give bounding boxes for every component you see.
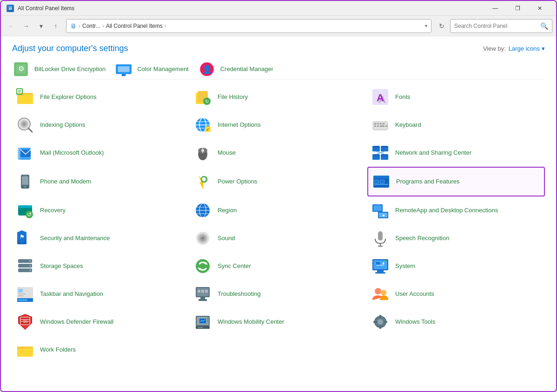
- view-by-control: View by: Large icons ▾: [483, 45, 545, 52]
- forward-button[interactable]: →: [20, 20, 33, 33]
- item-security-maintenance[interactable]: ⚑ Security and Maintenance: [12, 224, 190, 252]
- partial-top-row: ⚙ BitLocker Drive Encryption Color Manag…: [12, 61, 545, 79]
- up-button[interactable]: ↑: [49, 20, 62, 33]
- view-by-chevron-icon: ▾: [542, 45, 545, 52]
- item-storage-spaces[interactable]: Storage Spaces: [12, 252, 190, 280]
- item-file-explorer-options[interactable]: File Explorer Options: [12, 83, 190, 111]
- svg-rect-113: [376, 265, 385, 266]
- item-indexing-options[interactable]: Indexing Options: [12, 111, 190, 139]
- label-phone-modem: Phone and Modem: [40, 178, 91, 186]
- label-storage-spaces: Storage Spaces: [40, 262, 83, 270]
- item-mail[interactable]: Mail (Microsoft Outlook): [12, 139, 190, 167]
- svg-rect-119: [18, 295, 24, 296]
- item-taskbar-navigation[interactable]: Taskbar and Navigation: [12, 280, 190, 308]
- dropdown-button[interactable]: ▾: [34, 20, 47, 33]
- icon-keyboard: [371, 116, 390, 134]
- svg-line-23: [28, 128, 32, 132]
- item-power-options[interactable]: Power Options: [190, 167, 367, 196]
- address-dropdown-icon[interactable]: ▾: [425, 23, 427, 28]
- svg-line-57: [376, 151, 380, 153]
- item-troubleshooting[interactable]: Troubleshooting: [190, 280, 367, 308]
- item-mouse[interactable]: Mouse: [190, 139, 367, 167]
- svg-text:✓: ✓: [206, 127, 210, 132]
- refresh-button[interactable]: ↻: [435, 20, 448, 33]
- svg-rect-9: [17, 95, 33, 104]
- svg-rect-4: [118, 66, 130, 72]
- item-windows-defender[interactable]: 🧱 Windows Defender Firewall: [12, 308, 190, 336]
- window-title: All Control Panel Items: [18, 5, 484, 12]
- content-header: Adjust your computer's settings View by:…: [12, 44, 545, 53]
- svg-rect-142: [198, 327, 203, 328]
- label-internet-options: Internet Options: [218, 121, 261, 129]
- item-phone-modem[interactable]: Phone and Modem: [12, 167, 190, 196]
- label-power-options: Power Options: [218, 178, 257, 186]
- navigation-bar: ← → ▾ ↑ 🖥 › Contr... › All Control Panel…: [1, 16, 556, 36]
- item-region[interactable]: Region: [190, 196, 367, 224]
- svg-rect-145: [379, 315, 381, 319]
- partial-item-2[interactable]: Color Management: [115, 61, 189, 78]
- item-sync-center[interactable]: Sync Center: [190, 252, 367, 280]
- item-keyboard[interactable]: Keyboard: [367, 111, 545, 139]
- svg-rect-118: [18, 294, 26, 294]
- svg-rect-112: [376, 262, 380, 265]
- icon-internet-options: ✓: [193, 116, 212, 134]
- svg-rect-147: [373, 321, 377, 323]
- item-speech-recognition[interactable]: Speech Recognition: [367, 224, 545, 252]
- app-icon: 🖥: [7, 5, 14, 12]
- item-work-folders[interactable]: Work Folders: [12, 336, 190, 364]
- search-bar[interactable]: 🔍: [450, 19, 552, 33]
- label-windows-mobility: Windows Mobility Center: [218, 318, 284, 326]
- item-file-history[interactable]: ↻ File History: [190, 83, 367, 111]
- svg-rect-150: [17, 348, 33, 357]
- item-sound[interactable]: Sound: [190, 224, 367, 252]
- svg-text:👤: 👤: [202, 65, 212, 74]
- svg-rect-52: [381, 148, 388, 151]
- item-windows-mobility[interactable]: Windows Mobility Center: [190, 308, 367, 336]
- icon-security-maintenance: ⚑: [16, 229, 34, 248]
- item-system[interactable]: System: [367, 252, 545, 280]
- item-remoteapp[interactable]: RemoteApp and Desktop Connections: [367, 196, 545, 224]
- title-bar: 🖥 All Control Panel Items — ❐ ✕: [1, 1, 556, 16]
- label-security-maintenance: Security and Maintenance: [40, 235, 110, 242]
- maximize-button[interactable]: ❐: [507, 1, 528, 16]
- item-user-accounts[interactable]: User Accounts: [367, 280, 545, 308]
- svg-point-128: [375, 288, 381, 294]
- item-internet-options[interactable]: ✓ Internet Options: [190, 111, 367, 139]
- view-by-value[interactable]: Large icons ▾: [509, 45, 545, 52]
- item-recovery[interactable]: ↺ Recovery: [12, 196, 190, 224]
- label-fonts: Fonts: [395, 93, 411, 101]
- svg-rect-111: [375, 272, 385, 274]
- address-separator2: ›: [102, 23, 104, 29]
- item-windows-tools[interactable]: Windows Tools: [367, 308, 545, 336]
- item-fonts[interactable]: A A Fonts: [367, 83, 545, 111]
- svg-point-105: [196, 259, 210, 273]
- label-sound: Sound: [218, 235, 235, 242]
- close-button[interactable]: ✕: [529, 1, 550, 16]
- svg-rect-37: [374, 125, 376, 127]
- svg-point-129: [381, 290, 386, 295]
- item-programs-features[interactable]: Programs and Features: [367, 167, 545, 196]
- svg-point-63: [24, 186, 26, 188]
- icon-network-sharing: [371, 144, 390, 162]
- partial-item-1[interactable]: ⚙ BitLocker Drive Encryption: [12, 61, 106, 78]
- item-network-sharing[interactable]: Network and Sharing Center: [367, 139, 545, 167]
- address-part2: All Control Panel Items: [106, 23, 163, 29]
- svg-point-102: [29, 260, 31, 262]
- label-keyboard: Keyboard: [395, 121, 421, 129]
- svg-rect-70: [375, 180, 378, 183]
- svg-rect-39: [380, 125, 385, 127]
- icon-fonts: A A: [371, 88, 390, 106]
- back-button[interactable]: ←: [5, 20, 18, 33]
- label-troubleshooting: Troubleshooting: [218, 290, 261, 298]
- svg-rect-110: [377, 270, 384, 272]
- label-mouse: Mouse: [218, 149, 236, 157]
- minimize-button[interactable]: —: [484, 1, 506, 16]
- svg-rect-96: [378, 231, 383, 241]
- search-input[interactable]: [454, 23, 540, 29]
- svg-rect-124: [199, 299, 207, 301]
- partial-item-3[interactable]: 👤 Credential Manager: [198, 61, 273, 78]
- address-separator: ›: [79, 23, 80, 29]
- icon-file-explorer-options: [16, 88, 34, 106]
- label-work-folders: Work Folders: [40, 346, 76, 354]
- address-bar[interactable]: 🖥 › Contr... › All Control Panel Items ›…: [66, 19, 431, 33]
